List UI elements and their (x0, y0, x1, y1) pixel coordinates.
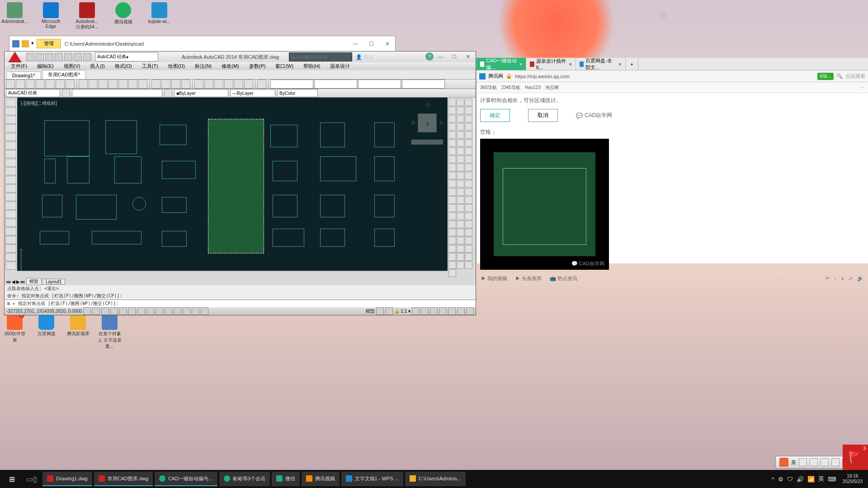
ime-btn[interactable] (810, 458, 818, 466)
tb-ssm-icon[interactable] (224, 80, 233, 89)
tray-ime-icon[interactable]: 英 (818, 475, 824, 483)
dim6-icon[interactable] (448, 155, 456, 163)
arc-icon[interactable] (5, 141, 16, 150)
horizontal-scrollbar[interactable] (17, 271, 448, 278)
block-item[interactable] (320, 195, 345, 217)
layerprev-icon[interactable] (164, 89, 172, 97)
dim31-icon[interactable] (457, 221, 464, 228)
close-icon[interactable]: × (569, 61, 572, 67)
array-icon[interactable] (457, 107, 464, 114)
dim43-icon[interactable] (457, 253, 464, 261)
status-icon[interactable] (448, 307, 456, 315)
block-item[interactable] (374, 122, 395, 147)
cancel-button[interactable]: 取消 (528, 109, 558, 122)
osnap-toggle[interactable] (119, 307, 127, 315)
dim17-icon[interactable] (465, 180, 472, 188)
polar-toggle[interactable] (110, 307, 118, 315)
layout-prev-icon[interactable]: ◀ (12, 279, 15, 284)
scale-icon[interactable] (457, 115, 464, 122)
nav-icon[interactable]: 🔊 (857, 276, 863, 282)
block-item[interactable] (40, 231, 69, 244)
block-item[interactable] (374, 229, 395, 247)
search-hint[interactable]: 点此搜索 (845, 73, 865, 80)
dim44-icon[interactable] (465, 253, 472, 261)
dim7-icon[interactable] (457, 155, 464, 163)
textstyle-dropdown[interactable] (270, 80, 313, 89)
url-field[interactable]: https://mp.weixin.qq.com (515, 74, 815, 79)
qp-toggle[interactable] (183, 307, 190, 315)
annotation-scale[interactable]: 🔒 1:1 ▾ (394, 309, 410, 314)
polygon-icon[interactable] (5, 124, 16, 132)
mirror-icon[interactable] (465, 99, 472, 106)
taskbar-tencentvideo[interactable]: 腾讯视频 (302, 472, 340, 486)
tb-zoomp-icon[interactable] (171, 80, 180, 89)
dim39-icon[interactable] (448, 245, 456, 253)
tb-paste-icon[interactable] (89, 80, 98, 89)
badge[interactable]: 6张... (817, 73, 834, 80)
cmd-input-line[interactable]: ⊠ ▸ 指定对角点或 [栏选(F)/圈围(WP)/圈交(CP)]: (5, 300, 476, 307)
block-item[interactable] (273, 161, 297, 181)
dim19-icon[interactable] (457, 188, 464, 196)
dim1-icon[interactable] (457, 139, 464, 147)
dim42-icon[interactable] (448, 253, 456, 261)
block-item[interactable] (320, 122, 345, 147)
explorer-path[interactable]: C:\Users\Administrator\Desktop\cad (61, 41, 348, 47)
qat-saveas-icon[interactable] (55, 53, 63, 61)
dim47-icon[interactable] (465, 261, 472, 269)
notification-badge[interactable]: 🚩 3 (843, 445, 868, 470)
desktop-icon-administrator[interactable]: Administrat... (2, 2, 27, 30)
qat-open-icon[interactable] (36, 53, 44, 61)
dim2-icon[interactable] (465, 139, 472, 147)
block-item[interactable] (44, 159, 56, 183)
status-icon[interactable] (421, 307, 429, 315)
dim48-icon[interactable] (448, 269, 456, 277)
tb-dc-icon[interactable] (204, 80, 213, 89)
dim12-icon[interactable] (448, 172, 456, 179)
status-icon[interactable] (385, 307, 393, 315)
ellipsearc-icon[interactable] (5, 184, 16, 192)
dim40-icon[interactable] (457, 245, 464, 253)
tb-zoomw-icon[interactable] (161, 80, 170, 89)
viewcube[interactable]: 北 西上东 WCS (411, 102, 443, 152)
desktop-icon-360[interactable]: 1360软件管家 (2, 314, 27, 350)
bookmark-more-icon[interactable]: ⋯ (860, 85, 864, 90)
dim9-icon[interactable] (448, 164, 456, 171)
taskbar-chat[interactable]: 彬彬等3个会话 (219, 472, 270, 486)
explorer-tab-manage[interactable]: 管理 (37, 39, 61, 48)
dim21-icon[interactable] (448, 196, 456, 204)
block-item[interactable] (162, 161, 196, 179)
tb-match-icon[interactable] (99, 80, 108, 89)
dim20-icon[interactable] (465, 188, 472, 196)
break-icon[interactable] (465, 123, 472, 131)
browser-tab-cad[interactable]: CAD一键自动编...× (476, 58, 526, 70)
menu-modify[interactable]: 修改(M) (217, 63, 244, 70)
tab-drawing1[interactable]: Drawing1* (6, 71, 41, 79)
move-icon[interactable] (465, 107, 472, 114)
explorer-window[interactable]: ▾ 管理 C:\Users\Administrator\Desktop\cad … (9, 36, 396, 52)
3dosnap-toggle[interactable] (128, 307, 136, 315)
point-icon[interactable] (5, 210, 16, 218)
bookmark-taobao[interactable]: 淘宝网 (545, 84, 559, 91)
line-icon[interactable] (5, 99, 16, 107)
layout-last-icon[interactable]: ⏭ (21, 279, 25, 284)
dim8-icon[interactable] (465, 155, 472, 163)
coordinates[interactable]: -327201.2701, 1914335.2820, 0.0000 (6, 309, 82, 314)
dim13-icon[interactable] (457, 172, 464, 179)
color-combo[interactable]: ■ ByLayer (174, 89, 228, 97)
tb-cut-icon[interactable] (66, 80, 75, 89)
bookmark-2345[interactable]: 2345导航 (501, 84, 520, 91)
ime-lang[interactable]: 英 (791, 459, 796, 466)
cad-maximize[interactable]: ☐ (448, 52, 461, 61)
am-toggle[interactable] (201, 307, 208, 315)
taskview-button[interactable]: ▭▯ (23, 471, 41, 487)
cad-titlebar[interactable]: AutoCAD 经典 ▾ Autodesk AutoCAD 2014 常用CAD… (5, 52, 476, 62)
explorer-quickaccess[interactable]: ▾ (9, 40, 37, 47)
menu-yuanquan[interactable]: 源泉设计 (326, 63, 354, 70)
mlstyle-dropdown[interactable] (402, 80, 445, 89)
taskbar-browser[interactable]: CAD一键自动编号... (155, 472, 217, 486)
dim15-icon[interactable] (448, 180, 456, 188)
block-item[interactable] (105, 120, 137, 154)
taskbar-explorer[interactable]: C:\Users\Adminis... (405, 472, 466, 486)
dim41-icon[interactable] (465, 245, 472, 253)
dim5-icon[interactable] (465, 147, 472, 155)
